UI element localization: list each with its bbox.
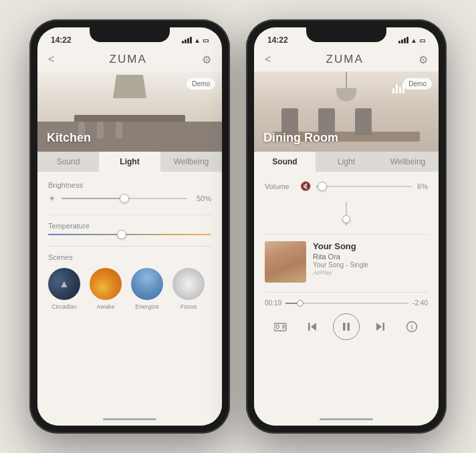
room-name-left: Kitchen — [47, 131, 91, 145]
phone-right: 14:22 ▲ ▭ < ZUMA ⚙ — [246, 19, 447, 434]
svg-rect-8 — [347, 323, 350, 331]
bottom-bar-left — [37, 412, 222, 426]
notch-left — [90, 27, 170, 42]
signal-bar-r2 — [401, 39, 403, 43]
temperature-thumb[interactable] — [117, 230, 126, 239]
temperature-track[interactable] — [48, 234, 211, 235]
tab-wellbeing-left[interactable]: Wellbeing — [160, 152, 222, 172]
tab-sound-right[interactable]: Sound — [254, 152, 316, 172]
home-indicator-right — [320, 418, 373, 420]
svg-rect-7 — [343, 323, 346, 331]
tab-light-right[interactable]: Light — [316, 152, 377, 172]
album-art — [265, 241, 306, 283]
temperature-control: Temperature — [48, 222, 211, 235]
signal-bar-2 — [185, 39, 187, 43]
bottom-bar-right — [254, 412, 439, 426]
tabs-left: Sound Light Wellbeing — [37, 152, 222, 172]
scene-focus[interactable]: Focus — [172, 268, 205, 310]
brightness-fill — [62, 198, 124, 199]
music-bar-3 — [399, 87, 401, 94]
svg-rect-10 — [383, 323, 385, 331]
tab-light-left[interactable]: Light — [99, 152, 160, 172]
divider-right-2 — [265, 292, 428, 293]
prev-button[interactable] — [302, 316, 323, 337]
scene-energize-label: Energize — [135, 303, 159, 310]
back-button-right[interactable]: < — [265, 53, 271, 65]
volume-row: Volume 🔇 6% — [265, 181, 428, 191]
svg-point-1 — [275, 325, 279, 329]
brightness-control: Brightness ✦ 50% — [48, 181, 211, 204]
home-indicator-left — [103, 418, 156, 420]
tabs-right: Sound Light Wellbeing — [254, 152, 439, 172]
hero-image-right: Dining Room Demo — [254, 71, 439, 152]
signal-bar-4 — [190, 37, 192, 43]
signal-bars-right — [398, 37, 408, 43]
demo-badge-left[interactable]: Demo — [187, 78, 215, 90]
settings-button-right[interactable]: ⚙ — [419, 53, 428, 66]
progress-thumb[interactable] — [297, 300, 304, 307]
signal-bar-r1 — [398, 41, 400, 43]
temperature-label: Temperature — [48, 222, 211, 230]
play-pause-button[interactable] — [333, 313, 360, 340]
progress-bar[interactable] — [285, 303, 408, 304]
app-header-left: < ZUMA ⚙ — [37, 50, 222, 71]
svg-text:i: i — [411, 324, 413, 331]
status-time-left: 14:22 — [51, 35, 72, 45]
room-name-right: Dining Room — [263, 131, 338, 145]
app-title-left: ZUMA — [110, 53, 147, 66]
info-button[interactable]: i — [401, 316, 423, 337]
brightness-icon: ✦ — [48, 193, 56, 204]
now-playing: Your Song Rita Ora Your Song - Single Ai… — [265, 241, 428, 283]
scene-awake-circle — [90, 268, 122, 300]
wifi-icon-right: ▲ — [410, 37, 417, 44]
track-artist: Rita Ora — [313, 253, 428, 261]
volume-value: 6% — [417, 182, 428, 190]
radio-button[interactable] — [270, 316, 291, 337]
scene-circadian[interactable]: Circadian — [48, 268, 80, 310]
settings-button-left[interactable]: ⚙ — [202, 53, 211, 66]
signal-bar-3 — [187, 38, 189, 43]
kitchen-hood — [113, 75, 146, 98]
volume-label: Volume — [265, 182, 295, 190]
brightness-value: 50% — [193, 194, 211, 202]
tab-wellbeing-right[interactable]: Wellbeing — [377, 152, 439, 172]
back-button-left[interactable]: < — [48, 53, 54, 65]
brightness-label: Brightness — [48, 181, 211, 189]
volume-vertical-thumb[interactable] — [342, 215, 350, 223]
scenes-label: Scenes — [48, 253, 211, 261]
chair-3 — [355, 108, 372, 135]
app-title-right: ZUMA — [326, 53, 364, 66]
progress-row: 00:19 -2:40 — [265, 299, 428, 307]
tab-sound-left[interactable]: Sound — [37, 152, 99, 172]
content-right: Volume 🔇 6% — [254, 172, 439, 412]
svg-rect-6 — [308, 323, 310, 331]
brightness-track[interactable] — [62, 198, 187, 199]
brightness-slider-row: ✦ 50% — [48, 193, 211, 204]
status-icons-left: ▲ ▭ — [182, 37, 209, 44]
music-bar-2 — [396, 84, 398, 94]
scene-awake[interactable]: Awake — [90, 268, 122, 310]
demo-badge-right[interactable]: Demo — [403, 78, 432, 90]
stool-3 — [116, 122, 122, 138]
divider-2 — [48, 246, 211, 247]
phone-screen-right: 14:22 ▲ ▭ < ZUMA ⚙ — [254, 27, 439, 426]
track-info: Your Song Rita Ora Your Song - Single Ai… — [313, 241, 428, 276]
next-button[interactable] — [370, 316, 391, 337]
scene-awake-label: Awake — [97, 303, 115, 310]
brightness-thumb[interactable] — [120, 194, 129, 203]
scenes-row: Circadian Awake Energize Focus — [48, 268, 211, 310]
progress-remaining: -2:40 — [412, 299, 428, 307]
music-bar-1 — [392, 88, 394, 94]
signal-bar-r3 — [404, 38, 406, 43]
scene-energize[interactable]: Energize — [131, 268, 163, 310]
svg-marker-5 — [311, 323, 316, 331]
scenes-section: Scenes Circadian Awake Energize — [48, 253, 211, 310]
volume-icon: 🔇 — [300, 181, 311, 191]
volume-thumb[interactable] — [318, 182, 327, 191]
phone-frame-right: 14:22 ▲ ▭ < ZUMA ⚙ — [246, 19, 447, 434]
volume-vertical-track[interactable] — [346, 202, 347, 226]
playback-controls: i — [265, 313, 428, 340]
scene-energize-circle — [131, 268, 163, 300]
volume-track[interactable] — [316, 186, 412, 187]
track-title: Your Song — [313, 241, 428, 251]
